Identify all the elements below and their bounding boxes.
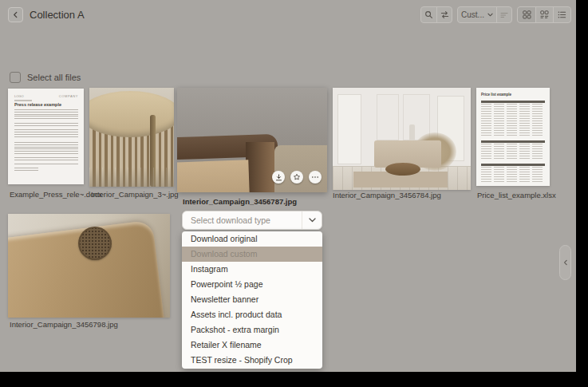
file-name: Price_list_example.xlsx <box>477 191 556 199</box>
menu-option-retailer-x-filename[interactable]: Retailer X filename <box>182 338 322 353</box>
doc-signature-lines <box>14 168 38 172</box>
doc-paragraph <box>14 157 78 164</box>
file-card-interior-campaign-3456798[interactable] <box>8 214 170 318</box>
grid-icon <box>523 10 531 19</box>
photo-vase <box>409 124 415 142</box>
star-icon <box>293 173 301 181</box>
swap-arrows-icon <box>440 10 449 19</box>
file-card-press-release-docx[interactable]: LOGO COMPANY Press release example <box>8 89 84 184</box>
photo-cushion <box>274 145 327 192</box>
menu-option-test-resize-shopify-crop[interactable]: TEST resize - Shopify Crop <box>182 353 322 368</box>
sort-button[interactable] <box>496 7 511 22</box>
more-options-button[interactable] <box>309 171 322 184</box>
file-card-interior-campaign-3[interactable] <box>89 88 174 187</box>
chevron-left-icon <box>563 259 568 266</box>
layout-switch-group <box>517 6 571 23</box>
photo-wall-panel <box>377 94 399 140</box>
doc-header-row: LOGO COMPANY <box>14 94 78 98</box>
sheet-title: Price list example <box>481 93 511 97</box>
list-icon <box>558 10 566 19</box>
doc-paragraph <box>14 123 78 139</box>
menu-option-download-custom[interactable]: Download custom <box>182 247 322 262</box>
photo-coffee-table <box>385 163 420 176</box>
selected-file-name: Interior_Campaign_3456787.jpg <box>183 197 297 206</box>
page-title: Collection A <box>30 9 85 21</box>
sheet-header-row <box>481 164 545 166</box>
file-name: Interior_Campaign_3~.jpg <box>91 190 179 199</box>
card-view-icon <box>540 10 549 19</box>
doc-company-text: COMPANY <box>59 94 78 98</box>
menu-option-instagram[interactable]: Instagram <box>182 262 322 277</box>
menu-option-packshot-extra-margin[interactable]: Packshot - extra margin <box>182 322 322 338</box>
sort-icon <box>500 11 508 19</box>
download-button[interactable] <box>272 171 285 184</box>
ellipsis-icon <box>311 173 319 181</box>
view-preset-group: Cust... <box>457 6 512 23</box>
photo-floor <box>89 168 174 187</box>
select-all-checkbox[interactable] <box>10 72 21 83</box>
doc-logo-text: LOGO <box>14 94 24 98</box>
doc-title: Press release example <box>14 102 61 107</box>
photo-wood-tabletop <box>89 91 174 137</box>
sheet-rows <box>481 104 545 136</box>
search-filter-group <box>420 6 452 23</box>
chevron-down-icon <box>487 13 493 17</box>
menu-option-powerpoint-half-page[interactable]: Powerpoint ½ page <box>182 277 322 292</box>
transfer-button[interactable] <box>436 7 452 22</box>
menu-option-newsletter-banner[interactable]: Newsletter banner <box>182 292 322 307</box>
screen: Collection A Cust... <box>0 0 588 387</box>
grid-view-button[interactable] <box>518 7 535 22</box>
photo-wood-leg <box>246 142 274 192</box>
sheet-header-row <box>481 101 545 103</box>
photo-light-wood-panel <box>177 160 250 192</box>
download-type-menu: Download original Download custom Instag… <box>182 231 322 369</box>
search-button[interactable] <box>421 7 436 22</box>
photo-left-door <box>337 94 361 164</box>
doc-subtitle-line <box>14 100 32 101</box>
menu-option-download-original[interactable]: Download original <box>182 231 322 247</box>
sheet-header-row <box>481 140 545 143</box>
photo-woven-circle-detail <box>78 227 112 260</box>
card-view-button[interactable] <box>535 7 553 22</box>
file-name: Example_Press_rele~.docx <box>10 190 102 199</box>
menu-option-assets-incl-product-data[interactable]: Assets incl. product data <box>182 307 322 322</box>
list-view-button[interactable] <box>553 7 570 22</box>
app-window: Collection A Cust... <box>0 0 576 372</box>
asset-action-buttons <box>272 171 322 184</box>
doc-paragraph <box>14 142 78 154</box>
doc-paragraph <box>14 109 78 120</box>
file-name: Interior_Campaign_3456784.jpg <box>333 191 441 199</box>
download-type-select[interactable]: Select download type <box>182 211 322 230</box>
panel-toggle-tab[interactable] <box>559 245 571 280</box>
chevron-down-icon <box>309 218 316 223</box>
file-card-interior-campaign-3456784[interactable] <box>333 88 471 190</box>
file-card-interior-campaign-3456787-selected[interactable] <box>177 88 327 192</box>
chevron-left-icon <box>13 11 18 18</box>
search-icon <box>424 10 433 19</box>
favorite-button[interactable] <box>290 171 303 184</box>
file-card-price-list-xlsx[interactable]: Price list example <box>476 88 550 186</box>
sheet-rows <box>481 167 545 184</box>
file-name: Interior_Campaign_3456798.jpg <box>10 320 118 329</box>
sheet-rows <box>481 144 545 160</box>
select-chevron-area[interactable] <box>302 211 322 229</box>
custom-view-dropdown[interactable]: Cust... <box>458 7 496 22</box>
download-icon <box>275 174 282 181</box>
select-all-label: Select all files <box>27 73 81 82</box>
download-type-placeholder: Select download type <box>183 215 302 225</box>
back-button[interactable] <box>8 7 23 22</box>
custom-view-label: Cust... <box>461 10 484 19</box>
